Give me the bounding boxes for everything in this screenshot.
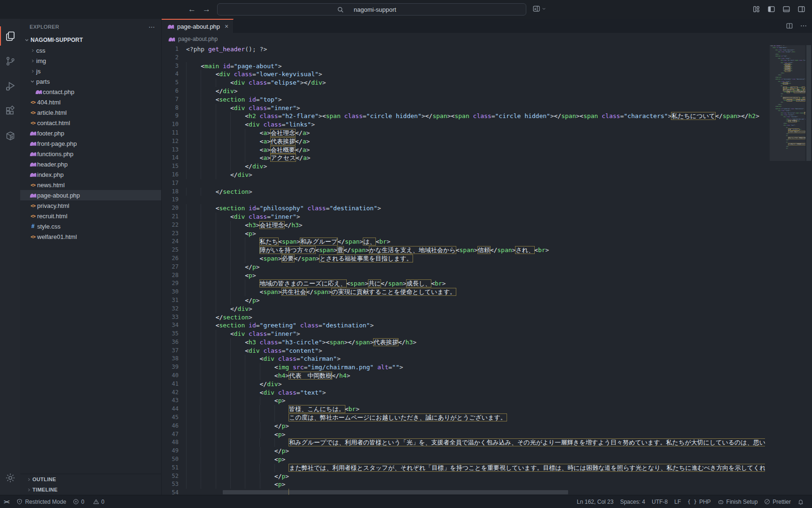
code-line[interactable]: 21 <div class="inner"> bbox=[162, 213, 765, 221]
explorer-icon[interactable] bbox=[0, 24, 20, 48]
code-line[interactable]: 6 </div> bbox=[162, 87, 765, 95]
file-tree-item-news-html[interactable]: <>news.html bbox=[20, 180, 161, 190]
code-line[interactable]: 17 bbox=[162, 179, 765, 188]
notifications-bell-icon[interactable] bbox=[794, 495, 807, 508]
file-tree-item-style-css[interactable]: #style.css bbox=[20, 221, 161, 231]
problems-button[interactable]: 0 0 bbox=[70, 495, 108, 508]
code-line[interactable]: 20 <section id="philosophy" class="desti… bbox=[162, 204, 765, 213]
code-line[interactable]: 28 <p> bbox=[162, 271, 765, 280]
code-line[interactable]: 25 障がいを持つ方々の<span>豊</span>かな生活を支え、地域社会から… bbox=[162, 246, 765, 254]
code-line[interactable]: 9 <h2 class="h2-flare"><span class="circ… bbox=[162, 112, 765, 120]
package-icon[interactable] bbox=[0, 123, 20, 148]
code-line[interactable]: 13 <a>会社概要</a> bbox=[162, 146, 765, 154]
breadcrumb[interactable]: page-about.php bbox=[162, 33, 812, 45]
code-line[interactable]: 19 bbox=[162, 196, 765, 204]
code-line[interactable]: 42 <div class="text"> bbox=[162, 389, 765, 397]
file-tree-item-parts[interactable]: parts bbox=[20, 76, 161, 87]
code-line[interactable]: 3 <main id="page-about"> bbox=[162, 62, 765, 71]
vertical-scrollbar[interactable] bbox=[805, 45, 812, 495]
code-line[interactable]: 32 </div> bbox=[162, 305, 765, 313]
code-line[interactable]: 10 <div class="links"> bbox=[162, 120, 765, 129]
code-line[interactable]: 29 地域の皆さまのニーズに応え、<span>共に</span>成長し、<br> bbox=[162, 279, 765, 288]
code-line[interactable]: 7 <section id="top"> bbox=[162, 95, 765, 104]
search-input[interactable] bbox=[218, 6, 526, 13]
indentation-button[interactable]: Spaces: 4 bbox=[617, 495, 648, 508]
settings-gear-icon[interactable] bbox=[0, 465, 20, 490]
code-line[interactable]: 37 <div class="content"> bbox=[162, 347, 765, 355]
code-line[interactable]: 47 <p> bbox=[162, 430, 765, 439]
code-line[interactable]: 31 </p> bbox=[162, 296, 765, 305]
code-line[interactable]: 39 <img src="img/chairman.png" alt=""> bbox=[162, 363, 765, 372]
tree-root-folder[interactable]: NAGOMI-SUPPORT bbox=[20, 35, 161, 45]
back-arrow-button[interactable]: ← bbox=[188, 5, 196, 14]
code-line[interactable]: 2 bbox=[162, 54, 765, 62]
file-tree-item-index-php[interactable]: index.php bbox=[20, 169, 161, 180]
code-line[interactable]: 30 <span>共生社会</span>の実現に貢献することを使命としています。 bbox=[162, 288, 765, 296]
code-line[interactable]: 53 <p> bbox=[162, 480, 765, 489]
minimap-slider[interactable] bbox=[770, 45, 805, 161]
code-line[interactable]: 50 <p> bbox=[162, 455, 765, 464]
code-line[interactable]: 4 <div class="lower-keyvisual"> bbox=[162, 70, 765, 79]
file-tree-item-functions-php[interactable]: functions.php bbox=[20, 149, 161, 159]
customize-layout-icon[interactable] bbox=[752, 5, 760, 13]
toggle-secondary-sidebar-icon[interactable] bbox=[797, 5, 805, 13]
code-line[interactable]: 18 </section> bbox=[162, 188, 765, 196]
outline-section[interactable]: OUTLINE bbox=[20, 474, 161, 484]
code-line[interactable]: 45 この度は、弊社ホームページにお越しいただき、誠にありがとうございます。 bbox=[162, 413, 765, 422]
toggle-primary-sidebar-icon[interactable] bbox=[767, 5, 775, 13]
split-editor-icon[interactable] bbox=[786, 22, 793, 30]
forward-arrow-button[interactable]: → bbox=[203, 5, 211, 14]
tab-page-about[interactable]: page-about.php × bbox=[162, 19, 234, 33]
timeline-section[interactable]: TIMELINE bbox=[20, 484, 161, 495]
code-line[interactable]: 38 <div class="chairman"> bbox=[162, 355, 765, 363]
code-line[interactable]: 52 </p> bbox=[162, 472, 765, 481]
file-tree-item-css[interactable]: css bbox=[20, 45, 161, 56]
code-line[interactable]: 35 <div class="inner"> bbox=[162, 330, 765, 338]
file-tree-item-img[interactable]: img bbox=[20, 56, 161, 66]
code-line[interactable]: 46 </p> bbox=[162, 422, 765, 430]
encoding-button[interactable]: UTF-8 bbox=[648, 495, 671, 508]
code-line[interactable]: 15 </div> bbox=[162, 162, 765, 171]
layout-control-button[interactable] bbox=[532, 5, 546, 13]
code-line[interactable]: 12 <a>代表挨拶</a> bbox=[162, 137, 765, 146]
code-line[interactable]: 51 また弊社では、利用者様とスタッフが、それぞれ「目標」を持つことを重要視して… bbox=[162, 464, 765, 472]
file-tree-item-footer-php[interactable]: footer.php bbox=[20, 128, 161, 138]
file-tree-item-contact-php[interactable]: contact.php bbox=[20, 87, 161, 97]
code-line[interactable]: 16 </div> bbox=[162, 171, 765, 179]
code-line[interactable]: 40 <h4>代表 中岡数樹</h4> bbox=[162, 372, 765, 380]
file-tree-item-recruit-html[interactable]: <>recruit.html bbox=[20, 211, 161, 221]
code-editor[interactable]: 1<?php get_header(); ?>23 <main id="page… bbox=[162, 45, 812, 495]
eol-button[interactable]: LF bbox=[671, 495, 684, 508]
code-line[interactable]: 26 <span>必要</span>とされる福祉事業を目指します。 bbox=[162, 254, 765, 263]
code-line[interactable]: 44 皆様、こんにちは。<br> bbox=[162, 405, 765, 413]
code-line[interactable]: 34 <section id="greeting" class="destina… bbox=[162, 321, 765, 330]
code-line[interactable]: 22 <h3>会社理念</h3> bbox=[162, 221, 765, 230]
horizontal-scrollbar[interactable] bbox=[223, 490, 568, 494]
file-tree-item-contact-html[interactable]: <>contact.html bbox=[20, 118, 161, 128]
source-control-icon[interactable] bbox=[0, 48, 20, 73]
explorer-more-actions-icon[interactable]: ⋯ bbox=[148, 23, 156, 31]
code-line[interactable]: 11 <a>会社理念</a> bbox=[162, 129, 765, 137]
code-line[interactable]: 41 </div> bbox=[162, 380, 765, 389]
code-line[interactable]: 24 私たち<span>和みグループ</span>は、<br> bbox=[162, 238, 765, 246]
code-line[interactable]: 1<?php get_header(); ?> bbox=[162, 45, 765, 54]
code-line[interactable]: 8 <div class="inner"> bbox=[162, 104, 765, 112]
code-line[interactable]: 33 </section> bbox=[162, 313, 765, 322]
file-tree-item-privacy-html[interactable]: <>privacy.html bbox=[20, 200, 161, 211]
formatter-button[interactable]: Prettier bbox=[761, 495, 794, 508]
file-tree-item-header-php[interactable]: header.php bbox=[20, 159, 161, 169]
code-line[interactable]: 27 </p> bbox=[162, 263, 765, 271]
file-tree-item-welfare01-html[interactable]: <>welfare01.html bbox=[20, 231, 161, 242]
remote-indicator-icon[interactable]: >< bbox=[0, 499, 13, 505]
code-line[interactable]: 49 </p> bbox=[162, 447, 765, 455]
file-tree-item-page-about-php[interactable]: page-about.php bbox=[20, 190, 161, 200]
close-tab-icon[interactable]: × bbox=[225, 23, 228, 30]
code-line[interactable]: 14 <a>アクセス</a> bbox=[162, 154, 765, 162]
toggle-panel-icon[interactable] bbox=[782, 5, 790, 13]
more-actions-icon[interactable] bbox=[800, 22, 807, 30]
cursor-position-button[interactable]: Ln 162, Col 23 bbox=[574, 495, 617, 508]
file-tree-item-404-html[interactable]: <>404.html bbox=[20, 97, 161, 107]
code-line[interactable]: 48 和みグループでは、利用者の皆様という「光」を、支援者全員で温かく包み込み、… bbox=[162, 438, 765, 447]
extensions-icon[interactable] bbox=[0, 98, 20, 123]
language-mode-button[interactable]: { } PHP bbox=[684, 495, 714, 508]
